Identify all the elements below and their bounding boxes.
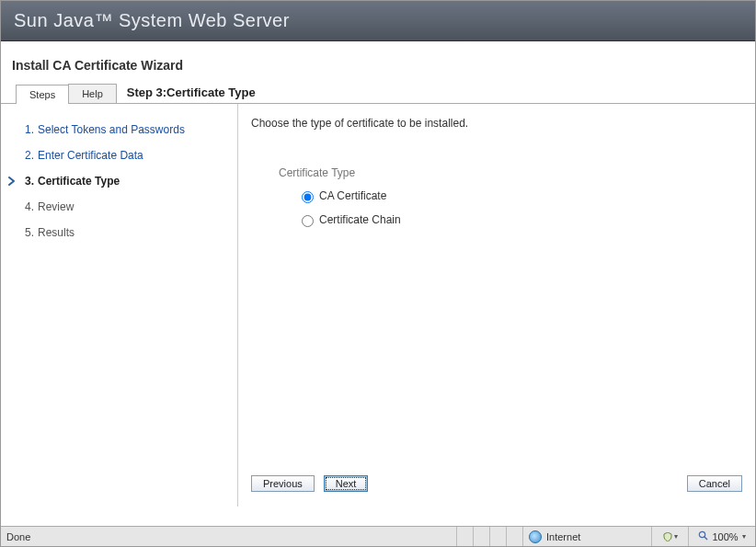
step-item-3-current[interactable]: 3. Certificate Type bbox=[8, 168, 230, 194]
step-num: 5. bbox=[25, 226, 34, 239]
tabs-container: Steps Help bbox=[16, 84, 116, 103]
step-label: Review bbox=[38, 200, 74, 213]
zone-label: Internet bbox=[546, 531, 580, 542]
next-button[interactable]: Next bbox=[324, 475, 369, 492]
status-sep3 bbox=[490, 527, 507, 546]
tab-steps[interactable]: Steps bbox=[16, 85, 69, 104]
content-row: 1. Select Tokens and Passwords 2. Enter … bbox=[1, 104, 755, 507]
step-num: 1. bbox=[25, 123, 34, 136]
step-item-2[interactable]: 2. Enter Certificate Data bbox=[8, 142, 230, 168]
wizard-title: Install CA Certificate Wizard bbox=[1, 41, 755, 82]
status-protected-mode[interactable]: ▾ bbox=[652, 527, 689, 546]
magnifier-icon bbox=[698, 530, 708, 542]
status-zoom[interactable]: 100% ▾ bbox=[689, 527, 755, 546]
status-done: Done bbox=[1, 527, 457, 546]
step-header: Step 3:Certificate Type bbox=[116, 85, 755, 103]
svg-point-0 bbox=[700, 531, 705, 537]
step-num: 2. bbox=[25, 149, 34, 162]
app-titlebar: Sun Java™ System Web Server bbox=[1, 1, 755, 41]
radio-row-chain[interactable]: Certificate Chain bbox=[297, 212, 742, 227]
shield-icon bbox=[663, 532, 672, 541]
status-zone[interactable]: Internet bbox=[523, 527, 652, 546]
wizard-buttons: Previous Next Cancel bbox=[251, 468, 742, 499]
radio-certificate-chain[interactable] bbox=[302, 215, 314, 227]
globe-icon bbox=[529, 530, 542, 543]
status-sep4 bbox=[507, 527, 523, 546]
steps-sidebar: 1. Select Tokens and Passwords 2. Enter … bbox=[1, 104, 238, 507]
previous-button[interactable]: Previous bbox=[251, 475, 315, 492]
step-item-1[interactable]: 1. Select Tokens and Passwords bbox=[8, 117, 230, 142]
radio-label: CA Certificate bbox=[319, 189, 386, 202]
step-item-4[interactable]: 4. Review bbox=[8, 194, 230, 220]
tab-help[interactable]: Help bbox=[68, 84, 117, 103]
step-label: Select Tokens and Passwords bbox=[38, 123, 185, 136]
radio-row-ca[interactable]: CA Certificate bbox=[297, 188, 742, 203]
radio-label: Certificate Chain bbox=[319, 213, 401, 226]
step-label: Certificate Type bbox=[38, 175, 120, 188]
chevron-down-icon: ▾ bbox=[742, 532, 746, 541]
step-item-5[interactable]: 5. Results bbox=[8, 220, 230, 245]
step-label: Enter Certificate Data bbox=[38, 149, 143, 162]
cancel-button[interactable]: Cancel bbox=[687, 475, 742, 492]
step-num: 3. bbox=[25, 175, 34, 188]
status-sep2 bbox=[474, 527, 490, 546]
radio-ca-certificate[interactable] bbox=[302, 191, 314, 203]
instruction-text: Choose the type of certificate to be ins… bbox=[251, 117, 742, 130]
step-label: Results bbox=[38, 226, 74, 239]
app-title: Sun Java™ System Web Server bbox=[14, 10, 290, 31]
main-panel: Choose the type of certificate to be ins… bbox=[238, 104, 755, 507]
tabs-row: Steps Help Step 3:Certificate Type bbox=[1, 82, 755, 104]
status-sep1 bbox=[457, 527, 474, 546]
certificate-type-group-label: Certificate Type bbox=[279, 166, 742, 179]
svg-line-1 bbox=[704, 537, 707, 540]
step-num: 4. bbox=[25, 200, 34, 213]
zoom-value: 100% bbox=[712, 531, 738, 542]
chevron-down-icon: ▾ bbox=[674, 532, 678, 541]
arrow-right-icon bbox=[8, 177, 17, 186]
browser-statusbar: Done Internet ▾ 100% ▾ bbox=[1, 526, 755, 546]
